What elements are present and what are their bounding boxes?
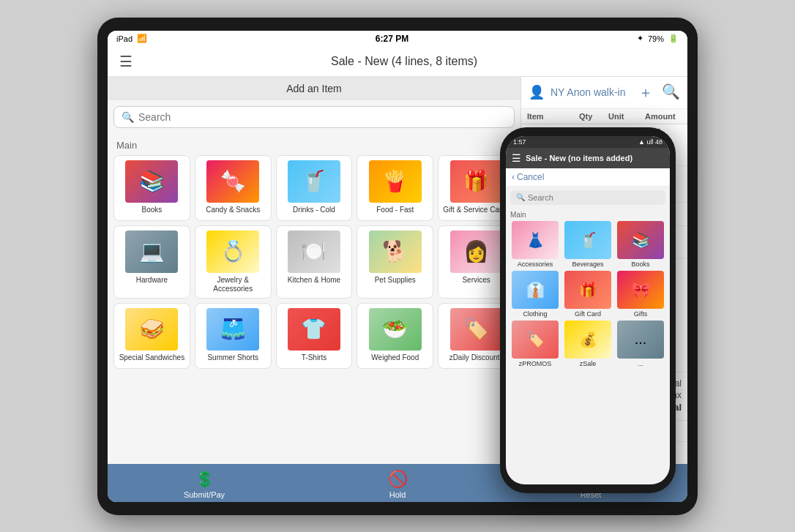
bottom-btn-icon: 🚫 (388, 470, 408, 489)
category-emoji: 🐕 (382, 239, 408, 263)
phone-cat-accessories[interactable]: 👗 Accessories (510, 221, 560, 268)
category-item-drinks---cold[interactable]: 🥤 Drinks - Cold (276, 155, 353, 221)
phone-screen: 1:57 ▲ ull 48 ☰ Sale - New (no items add… (506, 136, 670, 484)
search-input[interactable] (138, 111, 507, 123)
phone-grid-row1: 👗 Accessories 🥤 Beverages 📚 Books (506, 221, 670, 268)
col-amount: Amount (645, 112, 682, 121)
category-item-jewelry-&-accessories[interactable]: 💍 Jewelry & Accessories (195, 225, 272, 299)
left-panel: Add an Item 🔍 Main 📚 Books 🍬 Candy & Sna… (108, 77, 521, 464)
category-item-hardware[interactable]: 💻 Hardware (113, 225, 190, 299)
phone-cat-emoji: 👔 (526, 281, 545, 299)
category-name: Services (462, 276, 490, 285)
phone-cat-clothing[interactable]: 👔 Clothing (510, 271, 560, 318)
phone-cat-emoji: 🥤 (579, 231, 597, 249)
category-image: 🍽️ (288, 231, 340, 273)
tablet-status-left: iPad 📶 (116, 34, 147, 43)
category-emoji: 💻 (139, 239, 165, 263)
search-order-icon[interactable]: 🔍 (662, 83, 680, 102)
col-unit: Unit (608, 112, 645, 121)
phone-grid-row3: 🏷️ zPROMOS 💰 zSale ... ... (506, 318, 670, 367)
category-name: Kitchen & Home (288, 276, 340, 285)
phone-cat-zpromos[interactable]: 🏷️ zPROMOS (510, 321, 560, 367)
col-qty: Qty (579, 112, 608, 121)
phone-cat-emoji: 🎀 (632, 281, 650, 299)
phone-cat-zsale[interactable]: 💰 zSale (563, 321, 613, 367)
phone-time: 1:57 (513, 138, 526, 146)
bottom-btn-label: Submit/Pay (184, 490, 225, 499)
category-emoji: 💍 (220, 239, 246, 263)
category-item-summer-shorts[interactable]: 🩳 Summer Shorts (195, 303, 272, 369)
hamburger-icon[interactable]: ☰ (119, 53, 132, 70)
category-image: 🩳 (206, 308, 259, 351)
category-label: Main (116, 140, 515, 151)
phone-cancel-button[interactable]: ‹ Cancel (512, 172, 664, 182)
phone-nav-title: Sale - New (no items added) (526, 154, 664, 162)
bottom-btn-icon: 💲 (195, 470, 214, 489)
phone-hamburger-icon[interactable]: ☰ (512, 152, 521, 164)
phone-cat-img: 👗 (512, 221, 559, 259)
phone-cat-img: 👔 (512, 271, 559, 309)
customer-icon: 👤 (529, 84, 545, 100)
category-item-candy-&-snacks[interactable]: 🍬 Candy & Snacks (195, 155, 272, 221)
phone-cat-img: 🎁 (564, 271, 611, 309)
bottom-btn-label: Hold (389, 490, 406, 499)
category-image: 🍬 (206, 160, 259, 203)
category-name: Candy & Snacks (206, 206, 260, 214)
category-emoji: 👩 (463, 239, 489, 263)
category-emoji: 🍬 (220, 169, 246, 193)
phone-cat-gift-card[interactable]: 🎁 Gift Card (563, 271, 613, 318)
category-image: 💍 (206, 231, 259, 273)
category-emoji: 🎁 (463, 169, 489, 193)
category-item-food---fast[interactable]: 🍟 Food - Fast (357, 155, 433, 221)
category-image: 🥪 (125, 308, 178, 351)
wifi-icon: 📶 (137, 34, 147, 43)
battery-label: 79% (648, 34, 664, 43)
add-icon[interactable]: ＋ (638, 83, 653, 102)
tablet-status-bar: iPad 📶 6:27 PM ✦ 79% 🔋 (108, 31, 687, 47)
category-emoji: 👕 (301, 317, 326, 341)
category-item-t-shirts[interactable]: 👕 T-Shirts (276, 303, 353, 369)
cancel-label: Cancel (517, 172, 544, 182)
chevron-left-icon: ‹ (512, 172, 515, 182)
category-emoji: 🍟 (382, 169, 408, 193)
phone-cat-emoji: 🏷️ (526, 331, 545, 348)
phone-cat-gifts[interactable]: 🎀 Gifts (616, 271, 665, 318)
phone-cat-name: Beverages (572, 261, 603, 268)
category-name: Hardware (136, 276, 168, 285)
bottom-btn-submit-pay[interactable]: 💲 Submit/Pay (108, 470, 301, 499)
category-item-pet-supplies[interactable]: 🐕 Pet Supplies (357, 225, 433, 299)
category-emoji: 🏷️ (463, 317, 489, 341)
search-icon: 🔍 (122, 111, 134, 123)
phone-search-input[interactable] (528, 193, 660, 202)
phone-cat-beverages[interactable]: 🥤 Beverages (563, 221, 613, 268)
phone-category-label: Main (510, 211, 665, 219)
phone-cat-...[interactable]: ... ... (616, 321, 665, 367)
category-item-books[interactable]: 📚 Books (113, 155, 190, 221)
customer-bar: 👤 NY Anon walk-in ＋ 🔍 (521, 77, 687, 109)
phone-cat-books[interactable]: 📚 Books (616, 221, 665, 268)
customer-name[interactable]: NY Anon walk-in (550, 86, 632, 98)
search-bar[interactable]: 🔍 (113, 106, 515, 128)
tablet-status-time: 6:27 PM (376, 34, 408, 44)
category-emoji: 🥗 (382, 317, 408, 341)
phone-cat-img: 📚 (617, 221, 664, 259)
phone-search-icon: 🔍 (516, 193, 525, 201)
category-image: 📚 (125, 160, 178, 203)
phone-grid-row2: 👔 Clothing 🎁 Gift Card 🎀 Gifts (506, 268, 670, 318)
category-name: Summer Shorts (207, 353, 258, 362)
bottom-btn-hold[interactable]: 🚫 Hold (301, 470, 494, 499)
category-emoji: 🍽️ (301, 239, 326, 263)
col-item: Item (527, 112, 579, 121)
phone-cat-emoji: 🎁 (579, 281, 597, 299)
tablet-device: iPad 📶 6:27 PM ✦ 79% 🔋 ☰ Sale - New (4 l… (97, 18, 698, 515)
category-item-weighed-food[interactable]: 🥗 Weighed Food (357, 303, 433, 369)
category-name: Drinks - Cold (293, 206, 335, 214)
category-item-special-sandwiches[interactable]: 🥪 Special Sandwiches (113, 303, 190, 369)
phone-cancel-bar: ‹ Cancel (506, 168, 670, 187)
category-image: 🥤 (288, 160, 340, 203)
phone-search-bar[interactable]: 🔍 (510, 190, 665, 205)
category-name: Pet Supplies (375, 276, 416, 285)
phone-cat-name: zSale (580, 360, 597, 367)
phone-status-bar: 1:57 ▲ ull 48 (506, 136, 670, 148)
category-item-kitchen-&-home[interactable]: 🍽️ Kitchen & Home (276, 225, 353, 299)
